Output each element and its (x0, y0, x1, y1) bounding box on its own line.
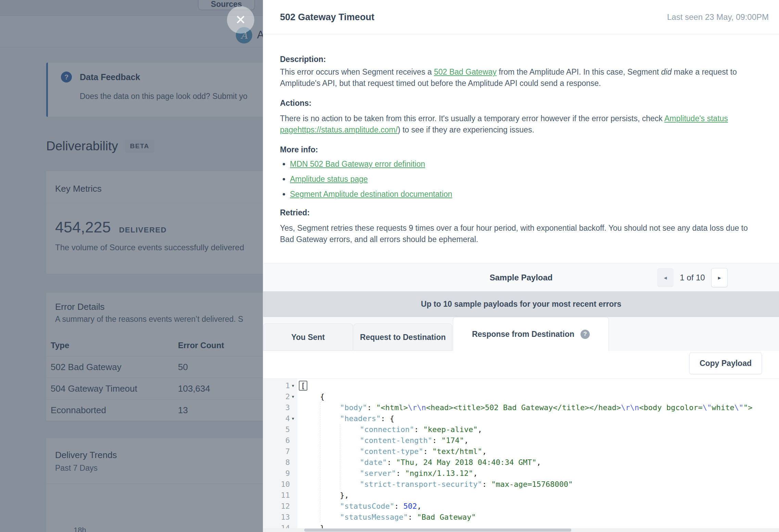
line-number: 10 (263, 479, 297, 490)
horizontal-scrollbar (263, 528, 779, 532)
emphasis-did: did (661, 67, 672, 76)
sample-payload-banner: Up to 10 sample payloads for your most r… (263, 291, 779, 317)
payload-code-viewer: 1▾[2▾{3"body": "<html>\r\n<head><title>5… (263, 378, 779, 532)
last-seen-timestamp: Last seen 23 May, 09:00PM (667, 12, 769, 22)
code-line: 5"connection": "keep-alive", (263, 424, 779, 435)
mdn-link[interactable]: MDN 502 Bad Gateway error definition (290, 160, 425, 168)
fold-arrow-icon[interactable]: ▾ (290, 413, 296, 424)
next-payload-button[interactable]: ▸ (711, 268, 728, 287)
background-page: Sources A A ? Data Feedback Does the dat… (0, 0, 263, 532)
list-item: Segment Amplitude destination documentat… (290, 190, 735, 199)
line-number: 9 (263, 468, 297, 479)
modal-dim-overlay (0, 0, 263, 532)
payload-tabs: You Sent Request to Destination Response… (263, 317, 779, 351)
segment-docs-link[interactable]: Segment Amplitude destination documentat… (290, 190, 452, 199)
panel-header: 502 Gateway Timeout Last seen 23 May, 09… (263, 0, 779, 34)
description-paragraph: This error occurs when Segment receives … (280, 66, 763, 89)
line-number: 6 (263, 435, 297, 446)
code-line: 13"statusMessage": "Bad Gateway" (263, 512, 779, 523)
help-icon[interactable]: ? (580, 330, 590, 339)
tab-response-from-destination[interactable]: Response from Destination ? (453, 317, 609, 351)
fold-arrow-icon[interactable]: ▾ (290, 380, 296, 391)
error-detail-panel: 502 Gateway Timeout Last seen 23 May, 09… (263, 0, 779, 532)
prev-payload-button[interactable]: ◂ (657, 268, 674, 287)
code-line: 10"strict-transport-security": "max-age=… (263, 479, 779, 490)
line-number: 3 (263, 402, 297, 413)
code-line: 6"content-length": "174", (263, 435, 779, 446)
amplitude-status-page-link[interactable]: Amplitude status page (290, 175, 368, 183)
line-number: 1▾ (263, 380, 297, 391)
retried-label: Retried: (280, 208, 310, 217)
line-number: 4▾ (263, 413, 297, 424)
payload-action-bar: Copy Payload (263, 351, 779, 378)
sample-payload-bar: Sample Payload ◂ 1 of 10 ▸ (263, 263, 779, 291)
code-line: 11}, (263, 490, 779, 501)
line-number: 11 (263, 490, 297, 501)
retried-paragraph: Yes, Segment retries these requests 9 ti… (280, 223, 763, 245)
code-line: 12"statusCode": 502, (263, 501, 779, 512)
tab-request-to-destination[interactable]: Request to Destination (354, 324, 452, 351)
panel-title: 502 Gateway Timeout (280, 12, 374, 22)
description-label: Description: (280, 55, 326, 64)
close-panel-button[interactable]: ✕ (227, 6, 254, 34)
more-info-label: More info: (280, 145, 318, 154)
line-number: 8 (263, 457, 297, 468)
fold-arrow-icon[interactable]: ▾ (290, 391, 296, 402)
scrollbar-thumb[interactable] (304, 529, 571, 532)
more-info-list: MDN 502 Bad Gateway error definition Amp… (290, 160, 735, 205)
code-lines: 1▾[2▾{3"body": "<html>\r\n<head><title>5… (263, 380, 779, 532)
code-line: 9"server": "nginx/1.13.12", (263, 468, 779, 479)
pager-position: 1 of 10 (674, 273, 711, 282)
bad-gateway-link[interactable]: 502 Bad Gateway (434, 67, 497, 76)
line-number: 2▾ (263, 391, 297, 402)
actions-paragraph: There is no action to be taken from this… (280, 113, 763, 136)
line-number: 13 (263, 512, 297, 523)
chevron-left-icon: ◂ (664, 274, 667, 281)
code-line: 4▾"headers": { (263, 413, 779, 424)
close-icon: ✕ (235, 12, 246, 27)
code-line: 1▾[ (263, 380, 779, 391)
chevron-right-icon: ▸ (718, 274, 721, 281)
list-item: Amplitude status page (290, 175, 735, 184)
code-line: 2▾{ (263, 391, 779, 402)
actions-label: Actions: (280, 99, 311, 108)
copy-payload-button[interactable]: Copy Payload (689, 353, 762, 374)
code-line: 3"body": "<html>\r\n<head><title>502 Bad… (263, 402, 779, 413)
payload-pager: ◂ 1 of 10 ▸ (657, 268, 728, 287)
line-number: 7 (263, 446, 297, 457)
line-number: 12 (263, 501, 297, 512)
code-line: 7"content-type": "text/html", (263, 446, 779, 457)
line-number: 5 (263, 424, 297, 435)
tab-you-sent[interactable]: You Sent (263, 324, 353, 351)
code-line: 8"date": "Thu, 24 May 2018 04:40:34 GMT"… (263, 457, 779, 468)
list-item: MDN 502 Bad Gateway error definition (290, 160, 735, 169)
screen: Sources A A ? Data Feedback Does the dat… (0, 0, 779, 532)
